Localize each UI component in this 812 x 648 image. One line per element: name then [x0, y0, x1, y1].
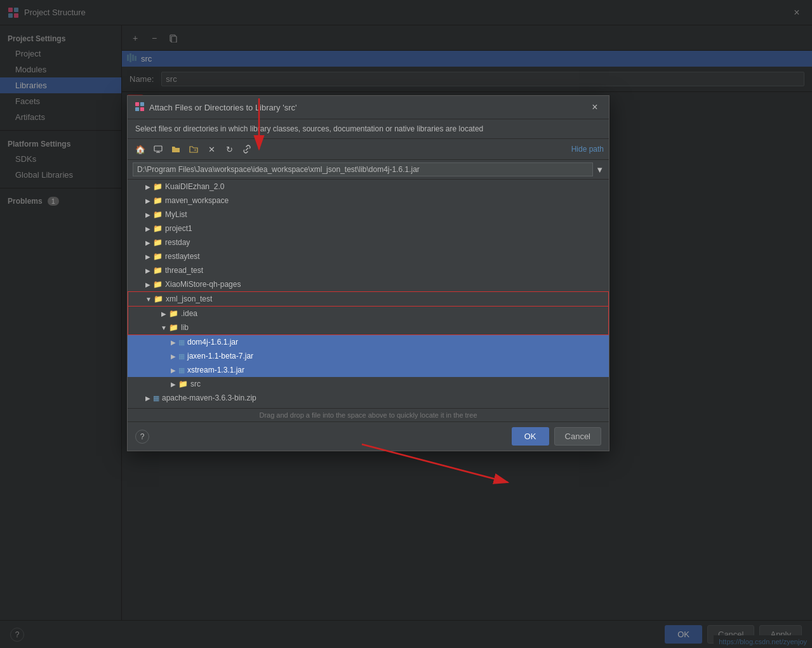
- tree-item-dom4j[interactable]: ▶ ▦ dom4j-1.6.1.jar: [128, 335, 609, 349]
- file-tree[interactable]: ▶ 📁 KuaiDIEzhan_2.0 ▶ 📁 maven_workspace …: [128, 180, 609, 408]
- dialog-ok-button[interactable]: OK: [512, 427, 549, 446]
- dialog-pathbar: ▼: [128, 160, 609, 180]
- tree-item-label: xstream-1.3.1.jar: [187, 366, 244, 374]
- folder-new-button[interactable]: +: [186, 142, 201, 157]
- expand-arrow: ▼: [143, 294, 154, 304]
- expand-arrow: ▶: [159, 308, 169, 319]
- folder-icon: 📁: [153, 210, 163, 219]
- dialog-title: Attach Files or Directories to Library '…: [149, 103, 589, 112]
- svg-rect-16: [135, 107, 139, 110]
- tree-item-label: thread_test: [165, 266, 203, 275]
- path-dropdown-button[interactable]: ▼: [596, 165, 604, 175]
- dialog-help-button[interactable]: ?: [135, 430, 149, 444]
- expand-arrow: ▶: [143, 209, 153, 220]
- tree-item-jaxen[interactable]: ▶ ▦ jaxen-1.1-beta-7.jar: [128, 349, 609, 363]
- jar-icon: ▦: [178, 366, 185, 374]
- expand-arrow: ▶: [168, 337, 178, 347]
- attach-dialog: Attach Files or Directories to Library '…: [127, 95, 609, 451]
- folder-icon: 📁: [178, 380, 188, 388]
- link-button[interactable]: [239, 142, 255, 157]
- tree-item-label: restday: [165, 238, 190, 247]
- path-input[interactable]: [133, 162, 593, 176]
- home-button[interactable]: 🏠: [133, 142, 148, 157]
- folder-icon: 📁: [154, 294, 163, 303]
- svg-rect-18: [154, 146, 162, 151]
- tree-item-kuaidiezhan[interactable]: ▶ 📁 KuaiDIEzhan_2.0: [128, 180, 609, 194]
- folder-icon: 📁: [153, 266, 163, 275]
- dialog-titlebar: Attach Files or Directories to Library '…: [128, 96, 609, 119]
- expand-arrow: ▶: [143, 223, 153, 234]
- expand-arrow: ▶: [168, 365, 178, 375]
- expand-arrow: ▶: [143, 182, 153, 192]
- tree-item-restday[interactable]: ▶ 📁 restday: [128, 235, 609, 249]
- tree-item-xml-json-test[interactable]: ▼ 📁 xml_json_test: [128, 291, 609, 307]
- tree-item-label: lib: [181, 323, 189, 332]
- tree-item-label: src: [190, 380, 201, 388]
- tree-item-label: xml_json_test: [166, 294, 212, 303]
- svg-rect-15: [140, 102, 144, 106]
- folder-icon: 📁: [169, 323, 178, 332]
- tree-item-label: dom4j-1.6.1.jar: [187, 338, 238, 347]
- tree-item-idea[interactable]: ▶ 📁 .idea: [128, 307, 609, 321]
- folder-icon: 📁: [153, 224, 163, 233]
- tree-item-lib[interactable]: ▼ 📁 lib: [128, 321, 609, 335]
- tree-item-project1[interactable]: ▶ 📁 project1: [128, 222, 609, 235]
- tree-item-label: .idea: [181, 309, 197, 318]
- tree-item-label: KuaiDIEzhan_2.0: [165, 182, 224, 191]
- expand-arrow: ▶: [168, 351, 178, 361]
- tree-item-label: restlaytest: [165, 252, 200, 261]
- expand-arrow: ▶: [143, 393, 153, 403]
- jar-icon: ▦: [178, 338, 185, 347]
- dialog-subtitle: Select files or directories in which lib…: [128, 119, 609, 139]
- dialog-close-button[interactable]: ×: [589, 101, 601, 114]
- desktop-button[interactable]: [150, 142, 166, 157]
- folder-icon: 📁: [153, 182, 163, 191]
- expand-arrow: ▶: [143, 195, 153, 206]
- tree-item-label: XiaoMiStore-qh-pages: [165, 280, 241, 289]
- drag-drop-hint: Drag and drop a file into the space abov…: [128, 408, 609, 421]
- folder-button[interactable]: [168, 142, 183, 157]
- tree-item-maven[interactable]: ▶ 📁 maven_workspace: [128, 194, 609, 208]
- tree-item-apache-maven[interactable]: ▶ ▦ apache-maven-3.6.3-bin.zip: [128, 391, 609, 405]
- dialog-cancel-button[interactable]: Cancel: [554, 427, 601, 446]
- tree-item-label: apache-maven-3.6.3-bin.zip: [162, 393, 256, 402]
- dialog-action-buttons: OK Cancel: [512, 427, 601, 446]
- tree-item-thread[interactable]: ▶ 📁 thread_test: [128, 263, 609, 277]
- tree-item-xiaomi[interactable]: ▶ 📁 XiaoMiStore-qh-pages: [128, 277, 609, 291]
- svg-rect-14: [135, 102, 139, 106]
- refresh-button[interactable]: ↻: [222, 142, 237, 157]
- tree-item-src[interactable]: ▶ 📁 src: [128, 377, 609, 391]
- expand-arrow: ▼: [159, 322, 169, 333]
- expand-arrow: ▶: [143, 265, 153, 275]
- dialog-filetoolbar: 🏠 + ✕ ↻ Hide path: [128, 139, 609, 160]
- expand-arrow: ▶: [143, 237, 153, 248]
- svg-rect-17: [140, 107, 144, 110]
- svg-text:+: +: [194, 147, 197, 153]
- tree-item-label: jaxen-1.1-beta-7.jar: [187, 352, 253, 360]
- folder-icon: 📁: [169, 309, 178, 318]
- tree-item-label: project1: [165, 224, 192, 233]
- jar-icon: ▦: [178, 352, 185, 360]
- expand-arrow: ▶: [168, 379, 178, 389]
- dialog-icon: [135, 102, 144, 113]
- folder-icon: 📁: [153, 252, 163, 261]
- jar-icon: ▦: [153, 394, 159, 402]
- tree-item-restlaytest[interactable]: ▶ 📁 restlaytest: [128, 249, 609, 263]
- folder-icon: 📁: [153, 196, 163, 205]
- dialog-bottom: ? OK Cancel: [128, 421, 609, 451]
- delete-button[interactable]: ✕: [204, 142, 219, 157]
- expand-arrow: ▶: [143, 251, 153, 261]
- hide-path-button[interactable]: Hide path: [571, 145, 604, 154]
- tree-item-label: maven_workspace: [165, 196, 229, 205]
- folder-icon: 📁: [153, 280, 163, 289]
- tree-item-xstream[interactable]: ▶ ▦ xstream-1.3.1.jar: [128, 363, 609, 377]
- folder-icon: 📁: [153, 238, 163, 247]
- tree-item-mylist[interactable]: ▶ 📁 MyList: [128, 208, 609, 222]
- expand-arrow: ▶: [143, 279, 153, 289]
- tree-item-label: MyList: [165, 210, 187, 219]
